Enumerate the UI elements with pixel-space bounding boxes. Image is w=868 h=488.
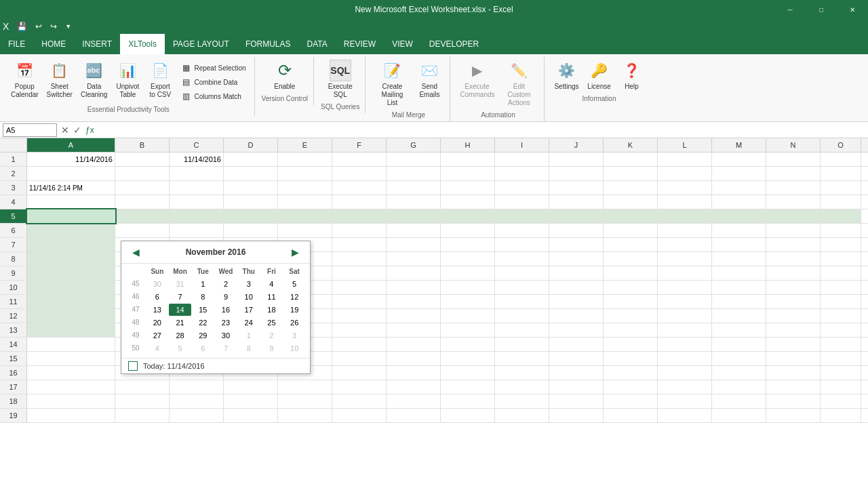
cell-A1[interactable]: 11/14/2016: [27, 152, 115, 166]
row-num-5[interactable]: 5: [0, 209, 27, 223]
cell-H19[interactable]: [441, 409, 495, 422]
cell-I12[interactable]: [495, 309, 549, 323]
cell-H16[interactable]: [441, 366, 495, 380]
cell-L19[interactable]: [658, 409, 712, 422]
cell-K18[interactable]: [604, 394, 658, 408]
cell-B18[interactable]: [115, 394, 170, 408]
cell-M13[interactable]: [712, 323, 766, 337]
cell-J9[interactable]: [549, 266, 604, 280]
cell-I17[interactable]: [495, 380, 549, 394]
cell-N12[interactable]: [766, 309, 821, 323]
calendar-day[interactable]: 27: [146, 329, 169, 342]
cell-O11[interactable]: [821, 295, 861, 308]
menu-review[interactable]: REVIEW: [336, 34, 384, 54]
cell-M17[interactable]: [712, 380, 766, 394]
cell-L4[interactable]: [658, 195, 712, 209]
qa-redo-icon[interactable]: ↪: [47, 20, 60, 33]
calendar-day[interactable]: 7: [214, 342, 237, 354]
cell-E17[interactable]: [278, 380, 332, 394]
cell-J1[interactable]: [549, 152, 604, 166]
cell-G8[interactable]: [387, 252, 441, 266]
menu-file[interactable]: FILE: [0, 34, 33, 54]
row-num-10[interactable]: 10: [0, 281, 27, 294]
license-button[interactable]: 🔑 License: [585, 58, 614, 92]
cell-M1[interactable]: [712, 152, 766, 166]
cell-N4[interactable]: [766, 195, 821, 209]
cell-H2[interactable]: [441, 167, 495, 180]
send-emails-button[interactable]: ✉️ SendEmails: [414, 58, 444, 100]
cell-O14[interactable]: [821, 338, 861, 351]
calendar-day[interactable]: 22: [191, 317, 214, 329]
cell-G10[interactable]: [387, 281, 441, 294]
minimize-button[interactable]: ─: [774, 0, 806, 19]
cell-M2[interactable]: [712, 167, 766, 180]
cell-B6[interactable]: [115, 224, 170, 237]
cell-H18[interactable]: [441, 394, 495, 408]
cell-I18[interactable]: [495, 394, 549, 408]
cell-H11[interactable]: [441, 295, 495, 308]
menu-xltools[interactable]: XLTools: [120, 34, 165, 54]
cell-M6[interactable]: [712, 224, 766, 237]
cell-G6[interactable]: [387, 224, 441, 237]
cell-C2[interactable]: [170, 167, 224, 180]
cell-H13[interactable]: [441, 323, 495, 337]
cell-J12[interactable]: [549, 309, 604, 323]
cell-C3[interactable]: [170, 181, 224, 195]
cell-H17[interactable]: [441, 380, 495, 394]
cell-J3[interactable]: [549, 181, 604, 195]
calendar-day[interactable]: 10: [237, 291, 260, 303]
cell-G16[interactable]: [387, 366, 441, 380]
cell-N2[interactable]: [766, 167, 821, 180]
row-num-12[interactable]: 12: [0, 309, 27, 323]
col-header-C[interactable]: C: [170, 138, 224, 152]
calendar-day[interactable]: 21: [169, 317, 192, 329]
calendar-day[interactable]: 17: [237, 304, 260, 316]
cell-J16[interactable]: [549, 366, 604, 380]
cell-O17[interactable]: [821, 380, 861, 394]
cell-N13[interactable]: [766, 323, 821, 337]
calendar-day[interactable]: 25: [260, 317, 283, 329]
cell-F6[interactable]: [332, 224, 387, 237]
cell-O15[interactable]: [821, 352, 861, 365]
cell-H8[interactable]: [441, 252, 495, 266]
cell-K17[interactable]: [604, 380, 658, 394]
cell-L5[interactable]: [658, 209, 712, 223]
cell-L16[interactable]: [658, 366, 712, 380]
cell-J13[interactable]: [549, 323, 604, 337]
col-header-E[interactable]: E: [278, 138, 332, 152]
cell-N7[interactable]: [766, 238, 821, 251]
cell-F10[interactable]: [332, 281, 387, 294]
cell-I13[interactable]: [495, 323, 549, 337]
calendar-day[interactable]: 8: [191, 291, 214, 303]
cell-N9[interactable]: [766, 266, 821, 280]
calendar-day[interactable]: 28: [169, 329, 192, 342]
execute-sql-button[interactable]: SQL ExecuteSQL: [326, 58, 355, 100]
row-num-9[interactable]: 9: [0, 266, 27, 280]
cell-F17[interactable]: [332, 380, 387, 394]
cell-H10[interactable]: [441, 281, 495, 294]
col-header-F[interactable]: F: [332, 138, 387, 152]
create-mailing-list-button[interactable]: 📝 CreateMailing List: [372, 58, 412, 108]
cell-D1[interactable]: [224, 152, 278, 166]
cell-K14[interactable]: [604, 338, 658, 351]
cell-M14[interactable]: [712, 338, 766, 351]
cell-N14[interactable]: [766, 338, 821, 351]
edit-custom-actions-button[interactable]: ✏️ Edit CustomActions: [499, 58, 538, 108]
cell-J7[interactable]: [549, 238, 604, 251]
cell-L9[interactable]: [658, 266, 712, 280]
cell-A17[interactable]: [27, 380, 115, 394]
cell-A8[interactable]: [27, 252, 115, 266]
cell-N17[interactable]: [766, 380, 821, 394]
cell-B1[interactable]: [115, 152, 170, 166]
cell-A4[interactable]: [27, 195, 115, 209]
calendar-day[interactable]: 4: [260, 278, 283, 290]
cell-D3[interactable]: [224, 181, 278, 195]
cell-C18[interactable]: [170, 394, 224, 408]
calendar-day[interactable]: 16: [214, 304, 237, 316]
cell-I15[interactable]: [495, 352, 549, 365]
calendar-day[interactable]: 13: [146, 304, 169, 316]
cell-K11[interactable]: [604, 295, 658, 308]
cell-M18[interactable]: [712, 394, 766, 408]
cell-M3[interactable]: [712, 181, 766, 195]
cell-I19[interactable]: [495, 409, 549, 422]
